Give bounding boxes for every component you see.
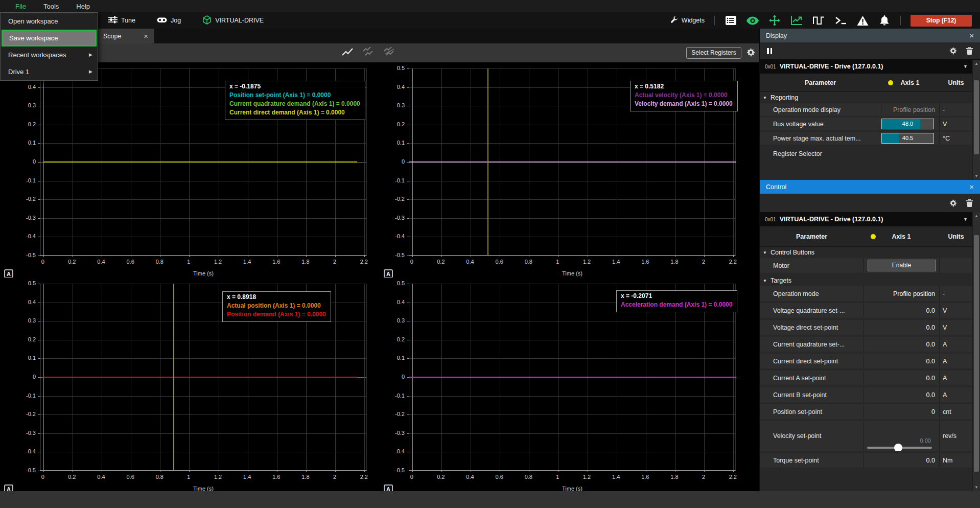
register-list-icon[interactable] [725,16,737,25]
square-wave-icon[interactable] [812,16,825,25]
y-tick-label: 0.4 [384,299,405,305]
x-tick-label: 2 [326,259,343,265]
display-panel-header[interactable]: Display × [760,29,980,42]
main-toolbar: Tune Jog VIRTUAL-DRIVE [0,12,980,29]
scroll-up-icon[interactable]: ▲ [974,214,978,218]
x-tick-label: 2.2 [725,259,741,265]
autoscale-button[interactable]: A [384,269,393,278]
control-panel: Control × 0x01 [760,180,980,491]
param-label: Current quadrature set-... [760,337,864,352]
enable-button[interactable]: Enable [868,260,936,271]
menu-item-save-workspace[interactable]: Save workspace [2,30,97,47]
series-line-current-direct-demand-axis-1 [43,161,357,163]
y-tick-label: 0.5 [384,65,405,71]
drive-selector[interactable]: 0x01 VIRTUAL-DRIVE - Drive (127.0.0.1) ▼ [760,212,980,226]
param-value[interactable]: 0 [864,404,939,419]
stop-button[interactable]: Stop (F12) [911,15,972,27]
close-icon[interactable]: × [144,32,148,40]
tab-scope[interactable]: Scope × [97,29,154,43]
menu-item-label: Recent workspaces [8,51,66,59]
velocity-slider[interactable] [867,447,932,449]
virtual-drive-button[interactable]: VIRTUAL-DRIVE [202,15,264,26]
trash-icon[interactable] [966,47,973,55]
param-value[interactable]: 0.0 [864,354,939,368]
tooltip-series-row: Position demand (Axis 1) = 0.0000 [227,310,326,319]
y-tick-label: 0 [384,158,405,165]
cursor-line[interactable] [487,68,488,255]
param-value[interactable]: 0.0 [864,303,939,318]
scrollbar[interactable]: ▲ ▼ [972,60,980,180]
param-value[interactable]: 0.0 [864,387,939,402]
register-selector-row[interactable]: Register Selector [760,146,973,161]
menu-tools[interactable]: Tools [43,3,59,10]
menu-item-open-workspace[interactable]: Open workspace [1,13,98,30]
terminal-icon[interactable] [834,16,847,25]
split-plots-icon[interactable] [362,47,375,59]
y-tick-label: -0.2 [384,411,405,417]
tooltip-series-row: Current quadrature demand (Axis 1) = 0.0… [229,100,360,108]
x-tick-label: 0.2 [64,259,80,265]
close-icon[interactable]: × [969,31,974,40]
param-units: V [939,320,973,335]
param-value[interactable]: Profile position [864,286,939,301]
x-tick-label: 1.2 [579,259,595,265]
section-header-targets[interactable]: ▼Targets [760,275,973,286]
gear-icon[interactable] [949,47,957,55]
param-value[interactable]: 0.0 [864,320,939,335]
section-header-reporting[interactable]: ▼Reporting [760,92,973,103]
drive-name: VIRTUAL-DRIVE - Drive (127.0.0.1) [780,63,883,70]
close-icon[interactable]: × [969,182,974,191]
section-header-control-buttons[interactable]: ▼Control Buttons [760,247,973,258]
menu-file[interactable]: File [15,3,26,10]
param-units: rev/s [939,421,973,451]
widgets-button[interactable]: Widgets [670,16,705,25]
y-tick-label: 0.3 [384,102,405,108]
scroll-thumb[interactable] [974,235,979,472]
y-tick-label: 0.1 [384,355,405,361]
scope-chart-icon[interactable] [790,15,803,26]
autoscale-button[interactable]: A [4,269,13,278]
scroll-up-icon[interactable]: ▲ [974,61,978,66]
value-meter: 48.0 [881,119,934,129]
param-row-current-direct-set-point: Current direct set-point0.0A [760,354,973,368]
param-value[interactable]: 0.0 [864,371,939,385]
column-units: Units [939,233,973,240]
param-value[interactable]: 0.0 [864,337,939,352]
watch-eye-icon[interactable] [746,16,759,25]
select-registers-button[interactable]: Select Registers [686,47,741,59]
param-label: Position set-point [760,404,864,419]
x-tick-label: 1.6 [268,474,285,480]
x-tick-label: 1.2 [579,474,595,480]
menu-help[interactable]: Help [76,3,90,10]
move-arrows-icon[interactable] [768,15,781,26]
trash-icon[interactable] [966,199,973,207]
param-units: A [939,337,973,352]
tune-label: Tune [121,17,135,24]
control-panel-header[interactable]: Control × [760,180,980,194]
param-row-power-stage-max-actual-tem: Power stage max. actual tem...40.5°C [760,132,973,145]
gear-icon[interactable] [949,199,957,207]
warning-icon[interactable] [856,16,869,26]
menu-item-recent-workspaces[interactable]: Recent workspaces ▶ [1,47,98,63]
param-value[interactable]: 0.0 [864,453,939,468]
scroll-down-icon[interactable]: ▼ [974,174,978,178]
pause-icon[interactable] [767,48,772,54]
scrollbar[interactable]: ▲ ▼ [972,212,980,491]
merge-plots-icon[interactable] [383,47,395,59]
drive-selector[interactable]: 0x01 VIRTUAL-DRIVE - Drive (127.0.0.1) ▼ [760,59,980,74]
cursor-line[interactable] [173,284,174,470]
bell-icon[interactable] [878,15,891,26]
slider-thumb[interactable] [894,444,902,451]
scroll-down-icon[interactable]: ▼ [974,485,978,490]
y-tick-label: -0.3 [384,215,405,221]
scroll-thumb[interactable] [974,80,979,154]
tune-button[interactable]: Tune [108,16,135,25]
display-rows: ▼ReportingOperation mode displayProfile … [760,92,973,161]
y-tick-label: 0.2 [15,121,36,127]
single-plot-icon[interactable] [341,47,354,59]
file-menu: Open workspace Save workspace Recent wor… [0,12,98,81]
menu-item-drive-1[interactable]: Drive 1 ▶ [1,63,98,80]
jog-button[interactable]: Jog [157,16,181,25]
collapse-triangle-icon: ▼ [763,96,767,100]
gear-icon[interactable] [746,48,755,59]
